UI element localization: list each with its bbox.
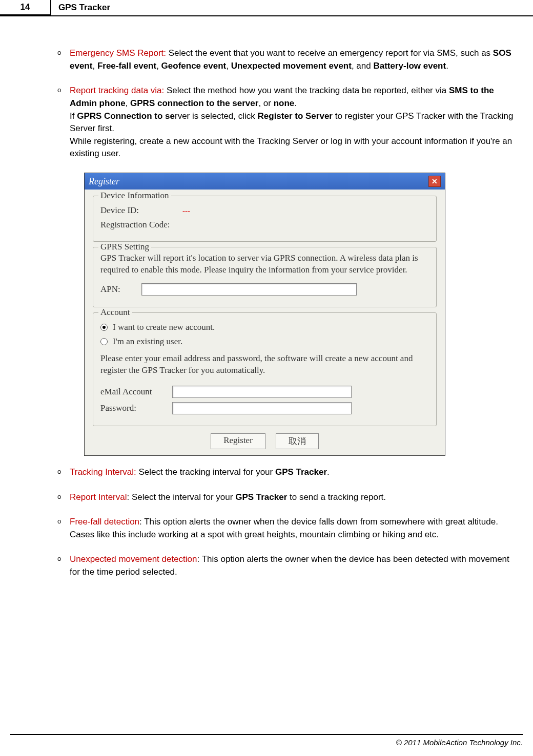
radio-option-existing[interactable]: I'm an existing user.: [100, 337, 429, 347]
text: ,: [226, 61, 231, 71]
list-item: o Unexpected movement detection: This op…: [15, 553, 518, 578]
email-input[interactable]: [172, 386, 352, 398]
text: rver is selected, click: [175, 111, 258, 121]
bold-term: Free-fall event: [97, 61, 156, 71]
device-id-label: Device ID:: [100, 205, 182, 216]
apn-input[interactable]: [141, 283, 357, 296]
bullet-icon: o: [57, 466, 70, 479]
list-item: o Report Interval: Select the interval f…: [15, 491, 518, 504]
text: Select the tracking interval for your: [136, 467, 275, 477]
list-item: o Free-fall detection: This option alert…: [15, 516, 518, 541]
field-row: Registraction Code:: [100, 220, 429, 230]
bold-term: Geofence event: [161, 61, 227, 71]
apn-label: APN:: [100, 284, 141, 295]
radio-icon[interactable]: [100, 324, 108, 331]
bold-term: GPS Tracker: [275, 467, 327, 477]
text: ,: [156, 61, 161, 71]
text: If: [70, 111, 77, 121]
device-id-value: ---: [182, 206, 190, 215]
bullet-icon: o: [57, 47, 70, 72]
item-text: Unexpected movement detection: This opti…: [70, 553, 518, 578]
radio-icon[interactable]: [100, 338, 108, 345]
device-info-fieldset: Device Information Device ID: --- Regist…: [93, 196, 437, 242]
item-text: Free-fall detection: This option alerts …: [70, 516, 518, 541]
text: .: [327, 467, 330, 477]
field-row: APN:: [100, 283, 429, 296]
item-text: Report tracking data via: Select the met…: [70, 85, 518, 160]
list-item: o Report tracking data via: Select the m…: [15, 85, 518, 160]
radio-option-create[interactable]: I want to create new account.: [100, 322, 429, 332]
item-label: Free-fall detection: [70, 517, 139, 527]
field-row: Device ID: ---: [100, 205, 429, 216]
text: .: [446, 61, 448, 71]
page-title: GPS Tracker: [51, 0, 110, 15]
bold-term: GPS Tracker: [235, 492, 287, 502]
list-item: o Tracking Interval: Select the tracking…: [15, 466, 518, 479]
item-text: Tracking Interval: Select the tracking i…: [70, 466, 518, 479]
dialog-button-row: Register 取消: [93, 431, 437, 449]
text: to send a tracking report.: [287, 492, 386, 502]
register-dialog: Register ✕ Device Information Device ID:…: [84, 173, 445, 456]
item-label: Tracking Interval:: [70, 467, 136, 477]
text: .: [294, 98, 297, 108]
bold-term: Battery-low event: [373, 61, 446, 71]
item-text: Emergency SMS Report: Select the event t…: [70, 47, 518, 72]
bold-term: Register to Server: [258, 111, 333, 121]
text: : Select the interval for your: [127, 492, 236, 502]
bullet-icon: o: [57, 553, 70, 578]
cancel-button[interactable]: 取消: [276, 433, 319, 449]
bold-term: GPRS connection to the server: [130, 98, 258, 108]
item-label: Unexpected movement detection: [70, 554, 197, 564]
page-number: 14: [0, 0, 51, 15]
radio-label: I want to create new account.: [113, 322, 215, 332]
page-header: 14 GPS Tracker: [0, 0, 533, 16]
password-label: Password:: [100, 403, 172, 413]
item-text: Report Interval: Select the interval for…: [70, 491, 518, 504]
gprs-description: GPS Tracker will report it's location to…: [100, 253, 429, 276]
text: ,: [126, 98, 130, 108]
copyright-text: © 2011 MobileAction Technology Inc.: [396, 738, 523, 747]
dialog-titlebar: Register ✕: [85, 173, 445, 190]
gprs-fieldset: GPRS Setting GPS Tracker will report it'…: [93, 247, 437, 307]
register-button[interactable]: Register: [211, 433, 265, 449]
registration-code-label: Registraction Code:: [100, 220, 182, 230]
item-label: Emergency SMS Report:: [70, 48, 166, 58]
fieldset-legend: Device Information: [98, 191, 171, 201]
account-fieldset: Account I want to create new account. I'…: [93, 312, 437, 426]
content-area: o Emergency SMS Report: Select the event…: [0, 16, 533, 579]
text: ,: [92, 61, 97, 71]
text: While registering, create a new account …: [70, 136, 512, 159]
list-item: o Emergency SMS Report: Select the event…: [15, 47, 518, 72]
bullet-icon: o: [57, 491, 70, 504]
text: Select the event that you want to receiv…: [166, 48, 493, 58]
bold-term: none: [274, 98, 295, 108]
dialog-title: Register: [89, 176, 119, 187]
dialog-body: Device Information Device ID: --- Regist…: [85, 190, 445, 455]
account-description: Please enter your email address and pass…: [100, 353, 429, 376]
bold-term: GPRS Connection to se: [77, 111, 175, 121]
bold-term: Unexpected movement event: [231, 61, 352, 71]
radio-label: I'm an existing user.: [113, 337, 182, 347]
field-row: Password:: [100, 402, 429, 414]
item-label: Report tracking data via:: [70, 86, 164, 95]
text: , and: [352, 61, 374, 71]
text: Select the method how you want the track…: [164, 86, 449, 95]
email-label: eMail Account: [100, 387, 172, 397]
text: , or: [258, 98, 273, 108]
bullet-icon: o: [57, 85, 70, 160]
field-row: eMail Account: [100, 386, 429, 398]
fieldset-legend: GPRS Setting: [98, 242, 151, 252]
close-icon[interactable]: ✕: [428, 176, 441, 187]
bullet-icon: o: [57, 516, 70, 541]
password-input[interactable]: [172, 402, 352, 414]
fieldset-legend: Account: [98, 307, 132, 318]
item-label: Report Interval: [70, 492, 127, 502]
page-footer: © 2011 MobileAction Technology Inc.: [10, 734, 523, 747]
